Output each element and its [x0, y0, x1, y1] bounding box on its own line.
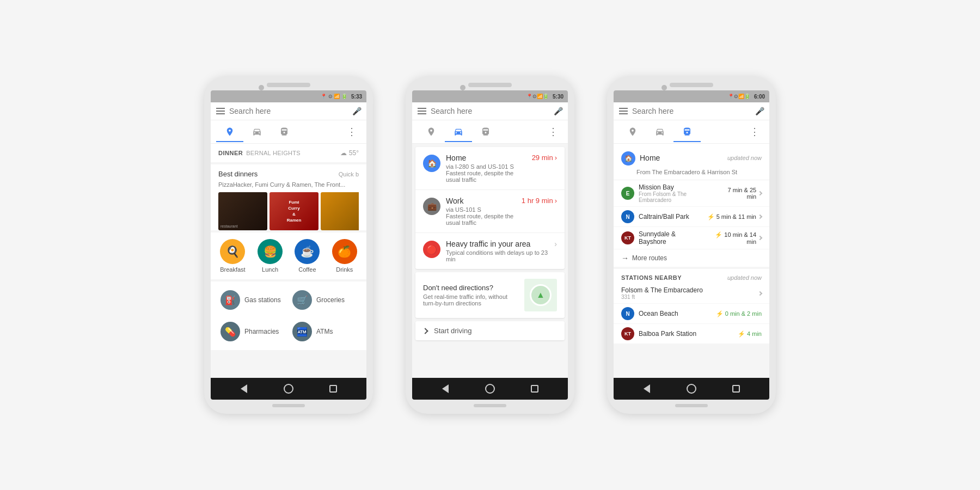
category-lunch[interactable]: 🍔 Lunch: [258, 239, 283, 273]
station-folsom-info: Folsom & The Embarcadero 331 ft: [621, 286, 754, 300]
dinner-location: BERNAL HEIGHTS: [246, 150, 301, 156]
home-direction[interactable]: 🏠 Home via I-280 S and US-101 S Fastest …: [415, 147, 565, 190]
category-breakfast[interactable]: 🍳 Breakfast: [220, 239, 245, 273]
back-button-1[interactable]: [238, 383, 249, 394]
android-nav-1: [211, 378, 366, 400]
directions-card: 🏠 Home via I-280 S and US-101 S Fastest …: [415, 147, 565, 269]
sunnydale-name: Sunnydale & Bayshore: [639, 230, 705, 246]
caltrain-chevron: [758, 215, 762, 219]
mic-icon-2[interactable]: 🎤: [554, 107, 562, 115]
station-balboa[interactable]: KT Balboa Park Station ⚡ 4 min: [614, 324, 769, 344]
atms-label: ATMs: [316, 328, 333, 335]
home-button-1[interactable]: [283, 383, 294, 394]
hamburger-icon-3[interactable]: [619, 108, 628, 114]
map-arrow-icon: ▲: [536, 290, 545, 300]
status-bar-1: 📍 ⊙ 📶 🔋 5:33: [211, 90, 366, 102]
restaurant-img-0[interactable]: restaurant: [218, 192, 267, 230]
tab-car-2[interactable]: [445, 121, 472, 142]
search-bar-3[interactable]: 🎤: [614, 102, 769, 120]
station-folsom[interactable]: Folsom & The Embarcadero 331 ft: [614, 283, 769, 304]
tab-car-3[interactable]: [646, 121, 673, 142]
home-button-3[interactable]: [686, 383, 697, 394]
no-dir-text: Don't need directions? Get real-time tra…: [423, 284, 519, 307]
nav-more-3[interactable]: ⋮: [745, 120, 764, 143]
map-thumbnail: ▲: [524, 279, 557, 311]
tab-location-3[interactable]: [619, 121, 646, 142]
restaurant-img-1[interactable]: Fumi Curry & Ramen: [270, 192, 318, 230]
tab-transit-3[interactable]: [673, 121, 701, 142]
service-groceries[interactable]: 🛒 Groceries: [290, 286, 359, 314]
search-bar-1[interactable]: 🎤: [211, 102, 366, 120]
service-gas[interactable]: ⛽ Gas stations: [218, 286, 287, 314]
route-left-1: N Caltrain/Ball Park: [621, 210, 689, 223]
hamburger-icon-2[interactable]: [418, 108, 426, 114]
tab-location-1[interactable]: [216, 121, 243, 142]
traffic-direction-icon: 🔴: [423, 241, 440, 258]
tab-car-1[interactable]: [243, 121, 271, 142]
content-area-3: 🏠 Home updated now From The Embarcadero …: [614, 144, 769, 378]
station-ocean-beach-info: Ocean Beach: [639, 310, 712, 317]
home-direction-time: 29 min ›: [532, 154, 557, 162]
tab-location-2[interactable]: [418, 121, 445, 142]
phone-2-screen: 📍⊙📶🔋 5:30 🎤: [412, 90, 568, 400]
work-direction[interactable]: 💼 Work via US-101 S Fastest route, despi…: [415, 190, 565, 233]
ocean-beach-badge: N: [621, 307, 634, 320]
route-mission-bay[interactable]: E Mission Bay From Folsom & The Embarcad…: [614, 180, 769, 207]
mission-bay-info: Mission Bay From Folsom & The Embarcader…: [639, 183, 718, 203]
status-bar-3: 📍⊙📶🔋 6:00: [614, 90, 769, 102]
phone-speaker-2: [468, 83, 512, 87]
phone-1-screen: 📍 ⊙ 📶 🔋 5:33 🎤: [211, 90, 366, 400]
more-routes[interactable]: → More routes: [614, 249, 769, 267]
start-driving-arrow: [422, 328, 428, 334]
back-button-3[interactable]: [641, 383, 652, 394]
station-ocean-beach[interactable]: N Ocean Beach ⚡ 0 min & 2 min: [614, 304, 769, 324]
category-drinks[interactable]: 🍊 Drinks: [332, 239, 357, 273]
tab-transit-2[interactable]: [472, 121, 499, 142]
mission-bay-chevron: [758, 191, 762, 195]
mic-icon-1[interactable]: 🎤: [352, 107, 361, 115]
phone-speaker-3: [670, 83, 713, 87]
best-dinners-card: Best dinners Quick b PizzaHacker, Fumi C…: [211, 164, 366, 230]
recents-button-2[interactable]: [529, 383, 540, 394]
stations-title: STATIONS NEARBY: [621, 274, 682, 281]
service-pharmacies[interactable]: 💊 Pharmacies: [218, 317, 287, 346]
breakfast-label: Breakfast: [220, 266, 245, 273]
traffic-direction[interactable]: 🔴 Heavy traffic in your area Typical con…: [415, 233, 565, 269]
recents-button-3[interactable]: [731, 383, 742, 394]
nav-more-1[interactable]: ⋮: [342, 120, 361, 143]
hamburger-icon-1[interactable]: [216, 108, 225, 114]
nav-more-2[interactable]: ⋮: [544, 120, 562, 143]
back-button-2[interactable]: [440, 383, 451, 394]
service-atms[interactable]: 🏧 ATMs: [290, 317, 359, 346]
start-driving-card[interactable]: Start driving: [415, 321, 565, 340]
home-button-2[interactable]: [485, 383, 495, 394]
route-caltrain[interactable]: N Caltrain/Ball Park ⚡ 5 min & 11 min: [614, 207, 769, 227]
phone-home-bar-2: [474, 404, 506, 407]
caltrain-time: ⚡ 5 min & 11 min: [707, 213, 756, 220]
search-input-2[interactable]: [431, 107, 549, 115]
phone-camera-3: [661, 85, 667, 90]
phone-1: 📍 ⊙ 📶 🔋 5:33 🎤: [204, 76, 373, 414]
search-input-1[interactable]: [229, 107, 348, 115]
route-sunnydale[interactable]: KT Sunnydale & Bayshore ⚡ 10 min & 14 mi…: [614, 227, 769, 249]
restaurant-img-2[interactable]: [321, 192, 359, 230]
coffee-label: Coffee: [298, 266, 316, 273]
groceries-label: Groceries: [316, 296, 345, 304]
map-thumb-inner: ▲: [530, 284, 552, 306]
search-input-3[interactable]: [632, 107, 751, 115]
work-direction-info: Work via US-101 S Fastest route, despite…: [446, 197, 516, 226]
tab-transit-1[interactable]: [271, 121, 298, 142]
sunnydale-badge: KT: [621, 231, 634, 244]
traffic-direction-title: Heavy traffic in your area: [446, 240, 549, 248]
mic-icon-3[interactable]: 🎤: [755, 107, 764, 115]
category-coffee[interactable]: ☕ Coffee: [295, 239, 320, 273]
home-routes-section: 🏠 Home updated now From The Embarcadero …: [614, 144, 769, 267]
home-route-from: From The Embarcadero & Harrison St: [621, 169, 762, 175]
recents-button-1[interactable]: [328, 383, 339, 394]
phone-3-screen: 📍⊙📶🔋 6:00 🎤: [614, 90, 769, 400]
quick-link: Quick b: [339, 171, 359, 177]
more-routes-text: More routes: [632, 254, 667, 262]
sunnydale-chevron: [758, 236, 762, 240]
search-bar-2[interactable]: 🎤: [412, 102, 568, 120]
restaurant-images: restaurant Fumi Curry & Ramen: [218, 192, 359, 230]
